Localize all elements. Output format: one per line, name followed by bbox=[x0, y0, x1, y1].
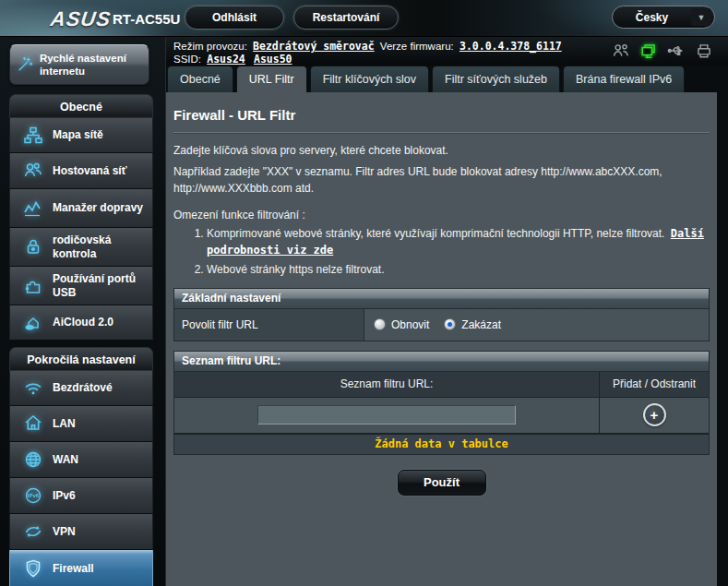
firmware-label: Verze firmwaru: bbox=[380, 41, 454, 52]
language-select[interactable]: Česky ▼ bbox=[612, 6, 715, 29]
wifi-icon bbox=[18, 377, 49, 400]
tab-general[interactable]: Obecné bbox=[167, 66, 233, 92]
firmware-link[interactable]: 3.0.0.4.378_6117 bbox=[459, 40, 562, 53]
clients-icon[interactable] bbox=[612, 42, 630, 60]
description-line-1: Zadejte klíčová slova pro servery, které… bbox=[173, 142, 710, 160]
asus-logo: ASUS bbox=[49, 7, 113, 31]
language-label: Česky bbox=[613, 11, 691, 24]
shield-icon bbox=[18, 557, 49, 580]
info-bar: Režim provozu: Bezdrátový směrovač Verze… bbox=[166, 37, 728, 66]
section-header-advanced: Pokročilá nastavení bbox=[9, 347, 153, 371]
sidebar-item-usb-application[interactable]: Používání portů USB bbox=[9, 267, 153, 305]
sidebar-item-guest-network[interactable]: Hostovaná síť bbox=[9, 153, 153, 189]
apply-button[interactable]: Použít bbox=[398, 470, 486, 496]
url-list-column-headers: Seznam filtru URL: Přidat / Odstranit bbox=[174, 372, 709, 398]
enable-url-filter-row: Povolit filtr URL Obnovit Zakázat bbox=[174, 309, 709, 341]
sidebar-item-network-map[interactable]: Mapa sítě bbox=[9, 118, 153, 153]
sidebar-item-traffic-manager[interactable]: Manažer dopravy bbox=[9, 189, 153, 228]
ipv6-globe-icon: IPv6 bbox=[18, 484, 49, 507]
router-model: RT-AC55U bbox=[113, 11, 180, 27]
operation-mode-line: Režim provozu: Bezdrátový směrovač Verze… bbox=[173, 40, 565, 53]
sidebar-item-wan[interactable]: WAN bbox=[9, 442, 153, 478]
apply-row: Použít bbox=[172, 470, 711, 496]
logout-button[interactable]: Odhlásit bbox=[185, 6, 284, 30]
add-entry-button[interactable]: + bbox=[643, 403, 666, 426]
basic-config-table: Základní nastavení Povolit filtr URL Obn… bbox=[173, 288, 710, 341]
magic-wand-icon bbox=[16, 53, 34, 77]
tab-keyword-filter[interactable]: Filtr klíčových slov bbox=[310, 66, 429, 92]
sidebar: Rychlé nastavení internetu Obecné Mapa s… bbox=[0, 37, 166, 586]
description-line-2: Například zadejte "XXX" v seznamu. Filtr… bbox=[173, 163, 710, 197]
network-map-icon bbox=[18, 125, 49, 147]
guest-network-icon bbox=[18, 160, 49, 182]
ssid-link-1[interactable]: Asus24 bbox=[207, 53, 245, 66]
url-filter-input[interactable] bbox=[257, 405, 516, 425]
traffic-chart-icon bbox=[18, 197, 49, 220]
enable-url-filter-label: Povolit filtr URL bbox=[174, 309, 364, 341]
tab-url-filter[interactable]: URL Filtr bbox=[236, 66, 307, 92]
usb-status-icon[interactable] bbox=[667, 42, 686, 60]
lock-icon bbox=[18, 236, 49, 258]
section-header-general: Obecné bbox=[9, 94, 153, 118]
radio-disable[interactable] bbox=[444, 318, 456, 330]
sidebar-item-ipv6[interactable]: IPv6 IPv6 bbox=[9, 478, 153, 514]
plus-icon: + bbox=[650, 408, 659, 422]
reboot-button[interactable]: Restartování bbox=[293, 6, 399, 30]
main-content: Firewall - URL Filtr Zadejte klíčová slo… bbox=[166, 92, 717, 586]
enable-url-filter-options: Obnovit Zakázat bbox=[364, 309, 709, 341]
cloud-home-icon bbox=[18, 312, 49, 334]
status-icons bbox=[612, 42, 713, 60]
url-input-row: + bbox=[174, 398, 709, 433]
tab-network-services-filter[interactable]: Filtr síťových služeb bbox=[432, 66, 560, 92]
firewall-tabs: Obecné URL Filtr Filtr klíčových slov Fi… bbox=[167, 66, 685, 92]
sidebar-item-aicloud[interactable]: AiCloud 2.0 bbox=[9, 305, 153, 341]
globe-icon bbox=[18, 448, 49, 471]
url-list-column-label: Seznam filtru URL: bbox=[174, 372, 600, 397]
quick-internet-setup-button[interactable]: Rychlé nastavení internetu bbox=[9, 44, 149, 85]
network-status-icon[interactable] bbox=[639, 42, 658, 60]
ssid-label: SSID: bbox=[173, 54, 201, 65]
quick-setup-label: Rychlé nastavení internetu bbox=[40, 52, 143, 78]
chevron-down-icon: ▼ bbox=[691, 8, 711, 26]
title-divider bbox=[173, 132, 710, 133]
top-banner: ASUS RT-AC55U Odhlásit Restartování Česk… bbox=[0, 0, 728, 37]
limit-item-2: Webové stránky https nelze filtrovat. bbox=[207, 261, 711, 279]
menu-advanced: Pokročilá nastavení Bezdrátové LAN bbox=[9, 347, 153, 586]
mode-label: Režim provozu: bbox=[173, 41, 247, 52]
ssid-line: SSID: Asus24 Asus50 bbox=[173, 53, 295, 66]
sidebar-item-lan[interactable]: LAN bbox=[9, 406, 153, 442]
menu-general: Obecné Mapa sítě Hostovaná síť bbox=[9, 94, 153, 341]
empty-table-message: Žádná data v tabulce bbox=[174, 433, 709, 454]
limits-title: Omezení funkce filtrování : bbox=[173, 209, 710, 221]
add-remove-column-label: Přidat / Odstranit bbox=[600, 372, 709, 397]
radio-enable[interactable] bbox=[374, 318, 386, 330]
sidebar-item-firewall[interactable]: Firewall bbox=[9, 550, 153, 586]
radio-disable-label: Zakázat bbox=[461, 318, 501, 331]
page-title: Firewall - URL Filtr bbox=[173, 107, 710, 123]
puzzle-icon bbox=[18, 275, 49, 297]
url-list-section-header: Seznam filtru URL: bbox=[174, 352, 709, 372]
sidebar-item-wireless[interactable]: Bezdrátové bbox=[9, 371, 153, 406]
radio-enable-label: Obnovit bbox=[391, 318, 429, 331]
limits-list: Komprimované webové stránky, které využí… bbox=[207, 225, 711, 279]
url-filter-list-table: Seznam filtru URL: Seznam filtru URL: Př… bbox=[173, 351, 710, 455]
basic-config-header: Základní nastavení bbox=[174, 289, 709, 309]
ssid-link-2[interactable]: Asus50 bbox=[254, 53, 292, 66]
sidebar-item-vpn[interactable]: VPN bbox=[9, 514, 153, 550]
printer-status-icon[interactable] bbox=[695, 42, 713, 60]
tab-ipv6-firewall[interactable]: Brána firewall IPv6 bbox=[563, 66, 685, 92]
home-icon bbox=[18, 413, 49, 435]
sidebar-item-parental-control[interactable]: rodičovská kontrola bbox=[9, 228, 153, 267]
limit-item-1: Komprimované webové stránky, které využí… bbox=[207, 225, 711, 259]
svg-text:IPv6: IPv6 bbox=[28, 493, 40, 498]
mode-link[interactable]: Bezdrátový směrovač bbox=[253, 40, 375, 53]
vpn-arrows-icon bbox=[18, 520, 49, 543]
